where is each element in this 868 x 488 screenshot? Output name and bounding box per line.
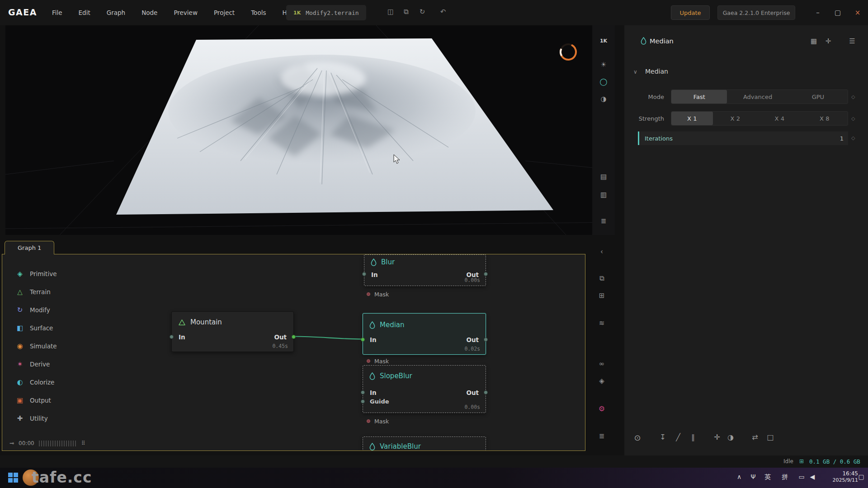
ime-language-en[interactable]: 英: [762, 473, 774, 481]
port-in-dot[interactable]: [362, 272, 366, 276]
strength-option-x8[interactable]: X 8: [802, 112, 848, 125]
port-out-dot[interactable]: [484, 390, 488, 394]
node-variableblur[interactable]: VariableBlur: [363, 436, 486, 451]
chevron-down-icon[interactable]: ∨: [633, 69, 637, 75]
node-median-mask-port[interactable]: Mask: [367, 358, 389, 364]
document-tab[interactable]: 1K Modify2.terrain: [286, 5, 366, 20]
mask-port-dot[interactable]: [367, 292, 370, 296]
pin-icon[interactable]: ✛: [823, 37, 834, 45]
copy-icon[interactable]: ⧉: [401, 8, 411, 16]
ime-language-pinyin[interactable]: 拼: [779, 473, 791, 481]
tone-icon[interactable]: ◑: [724, 433, 737, 441]
update-button[interactable]: Update: [671, 5, 710, 20]
menu-preview[interactable]: Preview: [167, 6, 204, 19]
toolbox-surface[interactable]: ◧Surface: [12, 319, 85, 337]
port-in-dot[interactable]: [170, 335, 174, 339]
menu-tools[interactable]: Tools: [244, 6, 273, 19]
mode-option-advanced[interactable]: Advanced: [727, 90, 788, 103]
node-median[interactable]: Median In Out 0.02s: [363, 313, 486, 355]
history-icon[interactable]: ↻: [417, 8, 428, 16]
mode-reset-icon[interactable]: ◇: [851, 94, 855, 100]
port-out-dot[interactable]: [292, 335, 296, 339]
timeline-grid-icon[interactable]: ⠿: [81, 440, 85, 446]
strength-reset-icon[interactable]: ◇: [851, 116, 855, 122]
iterations-reset-icon[interactable]: ◇: [851, 135, 855, 141]
draw-icon[interactable]: ╱: [671, 433, 685, 441]
undo-icon[interactable]: ↶: [438, 8, 448, 16]
version-button[interactable]: Gaea 2.2.1.0 Enterprise: [717, 5, 795, 20]
node-slopeblur[interactable]: SlopeBlur In Out Guide 0.00s: [363, 365, 486, 413]
tray-expand-icon[interactable]: ∧: [733, 473, 745, 480]
lighting-icon[interactable]: ☀: [592, 61, 615, 69]
strength-option-x4[interactable]: X 4: [758, 112, 802, 125]
strength-option-x1[interactable]: X 1: [671, 112, 713, 125]
mask-port-dot[interactable]: [367, 359, 370, 363]
mode-option-gpu[interactable]: GPU: [788, 90, 848, 103]
mode-option-fast[interactable]: Fast: [671, 90, 727, 103]
graph-tab[interactable]: Graph 1: [5, 241, 54, 254]
iterations-field[interactable]: Iterations 1: [638, 131, 848, 145]
port-out-dot[interactable]: [484, 338, 488, 342]
menu-project[interactable]: Project: [207, 6, 241, 19]
menu-file[interactable]: File: [45, 6, 69, 19]
viewport-3d[interactable]: 1K ☀ ◯ ◑ ▤ ▥ ≣: [5, 25, 615, 235]
toolbox-modify[interactable]: ↻Modify: [12, 301, 85, 319]
menu-graph[interactable]: Graph: [100, 6, 132, 19]
layout-grid-icon[interactable]: ▦: [808, 37, 819, 45]
contrast-icon[interactable]: ◑: [592, 95, 615, 103]
list-panel-icon[interactable]: ≣: [596, 432, 608, 440]
toolbox-output[interactable]: ▣Output: [12, 391, 85, 409]
shading-mode-icon[interactable]: ◯: [592, 78, 615, 86]
node-graph[interactable]: ◈Primitive △Terrain ↻Modify ◧Surface ◉Si…: [2, 254, 585, 451]
menu-edit[interactable]: Edit: [72, 6, 97, 19]
fullscreen-icon[interactable]: □: [764, 433, 777, 441]
assets-panel-icon[interactable]: ◈: [596, 377, 608, 385]
node-blur[interactable]: Blur In Out 0.00s: [364, 254, 486, 286]
microphone-icon[interactable]: Ψ: [747, 473, 759, 480]
split-view-icon[interactable]: ∥: [686, 433, 700, 441]
search-nodes-icon[interactable]: ⊙: [631, 433, 644, 442]
node-slopeblur-mask-port[interactable]: Mask: [367, 418, 389, 424]
toolbox-terrain[interactable]: △Terrain: [12, 283, 85, 301]
timeline-scrubber[interactable]: [39, 441, 77, 446]
fit-view-icon[interactable]: ⇄: [748, 433, 762, 441]
port-in-dot[interactable]: [361, 390, 365, 394]
collapse-panel-icon[interactable]: ‹: [596, 248, 608, 256]
viewport-resolution-badge[interactable]: 1K: [592, 38, 615, 44]
menu-node[interactable]: Node: [135, 6, 164, 19]
layout-rows-icon[interactable]: ▤: [592, 173, 615, 181]
start-button[interactable]: [8, 473, 19, 483]
link-panel-icon[interactable]: ∞: [596, 360, 608, 368]
display-icon[interactable]: ▭: [796, 473, 807, 480]
port-out-dot[interactable]: [484, 272, 488, 276]
node-mountain[interactable]: Mountain In Out 0.45s: [171, 311, 294, 352]
timeline-step-icon[interactable]: ⊸: [9, 440, 14, 446]
sort-icon[interactable]: ↧: [656, 433, 670, 441]
restore-button[interactable]: ▢: [829, 0, 846, 25]
mask-port-dot[interactable]: [367, 419, 370, 423]
node-blur-mask-port[interactable]: Mask: [367, 291, 389, 297]
close-button[interactable]: ×: [849, 0, 866, 25]
save-icon[interactable]: ◫: [385, 8, 396, 16]
port-guide-dot[interactable]: [361, 399, 365, 404]
panel-menu-icon[interactable]: ☰: [847, 37, 858, 45]
minimize-button[interactable]: –: [809, 0, 826, 25]
notifications-icon[interactable]: ▢: [855, 473, 867, 480]
port-in-dot[interactable]: [361, 338, 365, 342]
settings-gear-icon[interactable]: ⚙: [596, 404, 608, 413]
toolbox-primitive[interactable]: ◈Primitive: [12, 265, 85, 283]
erosion-panel-icon[interactable]: ≋: [596, 319, 608, 327]
section-title[interactable]: Median: [645, 68, 668, 75]
volume-icon[interactable]: ◀: [807, 473, 818, 480]
toolbox-utility[interactable]: ✚Utility: [12, 409, 85, 427]
nodes-panel-icon[interactable]: ⊞: [596, 291, 608, 300]
viewport-list-icon[interactable]: ≣: [592, 217, 615, 225]
picker-icon[interactable]: ✛: [710, 433, 724, 441]
library-icon[interactable]: ⧉: [596, 274, 608, 282]
strength-option-x2[interactable]: X 2: [713, 112, 758, 125]
clock[interactable]: 16:45 2025/9/11: [824, 470, 858, 484]
toolbox-simulate[interactable]: ◉Simulate: [12, 337, 85, 355]
toolbox-colorize[interactable]: ◐Colorize: [12, 373, 85, 391]
layout-cols-icon[interactable]: ▥: [592, 191, 615, 199]
toolbox-derive[interactable]: ✶Derive: [12, 355, 85, 373]
